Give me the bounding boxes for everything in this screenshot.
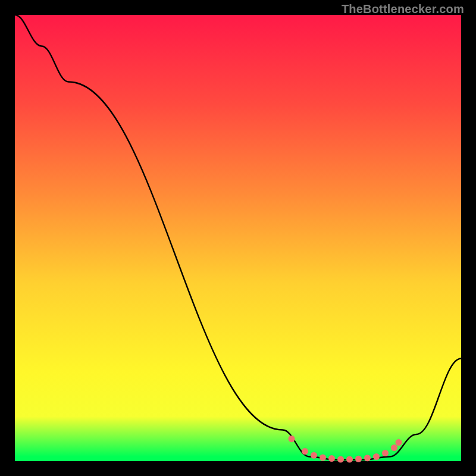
optimal-range-marker (289, 436, 295, 442)
bottleneck-curve (15, 15, 461, 460)
optimal-range-marker (396, 439, 402, 446)
optimal-range-marker (328, 455, 335, 462)
optimal-range-marker (382, 450, 389, 456)
optimal-range-marker (320, 455, 326, 461)
optimal-range-marker (337, 456, 344, 463)
optimal-range-marker (364, 455, 371, 461)
optimal-range-marker (373, 453, 380, 460)
optimal-range-markers (289, 436, 402, 463)
optimal-range-marker (311, 452, 317, 459)
optimal-range-marker (355, 456, 362, 462)
chart-container: TheBottlenecker.com (0, 0, 476, 476)
optimal-range-marker (302, 448, 308, 455)
optimal-range-marker (346, 456, 353, 463)
attribution-label: TheBottlenecker.com (342, 2, 464, 16)
optimal-range-marker (391, 444, 397, 451)
bottleneck-chart-svg (15, 15, 461, 461)
